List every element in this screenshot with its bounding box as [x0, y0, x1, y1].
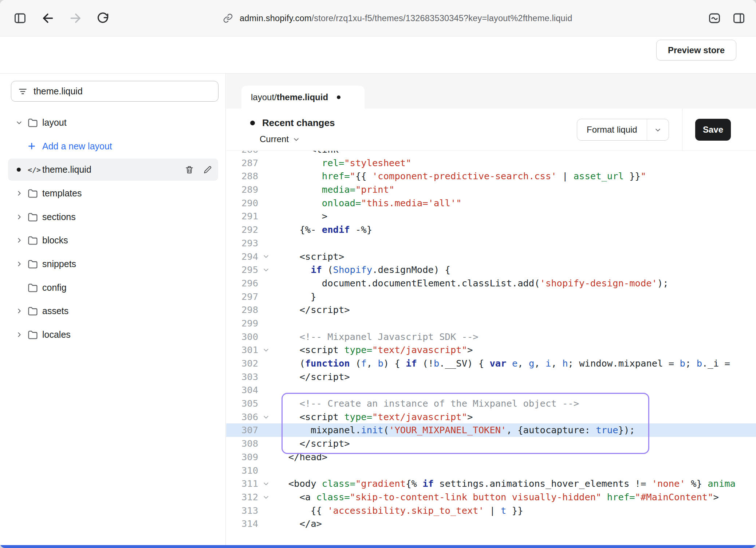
extensions-icon[interactable]	[708, 11, 721, 25]
line-number: 291	[226, 210, 258, 223]
line-number: 295	[226, 263, 258, 277]
code-text: <script type="text/javascript">	[273, 343, 473, 357]
code-line-300[interactable]: 300 <!-- Mixpanel Javascript SDK -->	[226, 330, 756, 344]
preview-store-button[interactable]: Preview store	[656, 40, 736, 60]
code-line-306[interactable]: 306 <script type="text/javascript">	[226, 410, 756, 424]
chevron-right-icon[interactable]	[16, 332, 28, 338]
reload-button[interactable]	[96, 11, 110, 25]
address-bar[interactable]: admin.shopify.com/store/rzq1xu-f5/themes…	[223, 0, 572, 36]
file-tree: layoutAdd a new layout</>theme.liquidtem…	[0, 111, 225, 347]
line-number: 294	[226, 250, 258, 263]
line-number: 293	[226, 236, 258, 250]
gutter-spacer	[258, 169, 273, 183]
back-button[interactable]	[41, 11, 55, 25]
tab-bar: layout/theme.liquid	[226, 74, 756, 109]
folder-icon	[28, 189, 42, 198]
chevron-right-icon[interactable]	[16, 237, 28, 244]
delete-file-button[interactable]	[185, 165, 194, 175]
sidebar-item-theme-liquid[interactable]: </>theme.liquid	[0, 158, 225, 181]
fold-chevron-icon[interactable]	[258, 477, 273, 490]
code-line-314[interactable]: 314 </a>	[226, 517, 756, 531]
code-line-288[interactable]: 288 href="{{ 'component-predictive-searc…	[226, 169, 756, 183]
fold-chevron-icon[interactable]	[258, 343, 273, 357]
sidebar-item-layout[interactable]: layout	[0, 111, 225, 134]
sidebar-toggle-icon[interactable]	[13, 11, 27, 25]
code-line-297[interactable]: 297 }	[226, 290, 756, 304]
code-line-308[interactable]: 308 </script>	[226, 437, 756, 450]
code-line-296[interactable]: 296 document.documentElement.classList.a…	[226, 277, 756, 290]
code-line-293[interactable]: 293	[226, 236, 756, 250]
code-line-294[interactable]: 294 <script>	[226, 250, 756, 263]
chevron-right-icon[interactable]	[16, 261, 28, 267]
sidebar-item-templates[interactable]: templates	[0, 181, 225, 205]
code-line-311[interactable]: 311 <body class="gradient{% if settings.…	[226, 477, 756, 490]
code-line-305[interactable]: 305 <!-- Create an instance of the Mixpa…	[226, 397, 756, 410]
chevron-right-icon[interactable]	[16, 190, 28, 196]
format-liquid-button[interactable]: Format liquid	[577, 119, 669, 141]
tab-label-prefix: layout/	[251, 92, 277, 102]
code-line-303[interactable]: 303 </script>	[226, 370, 756, 384]
code-line-289[interactable]: 289 media="print"	[226, 183, 756, 196]
folder-icon	[28, 306, 42, 316]
line-number: 311	[226, 477, 258, 490]
code-text: >	[273, 210, 327, 223]
code-line-301[interactable]: 301 <script type="text/javascript">	[226, 343, 756, 357]
code-text: <body class="gradient{% if settings.anim…	[273, 477, 736, 490]
split-view-icon[interactable]	[732, 11, 746, 25]
code-line-312[interactable]: 312 <a class="skip-to-content-link butto…	[226, 490, 756, 504]
fold-chevron-icon[interactable]	[258, 263, 273, 277]
gutter-spacer	[258, 370, 273, 384]
code-line-299[interactable]: 299	[226, 317, 756, 330]
code-line-298[interactable]: 298 </script>	[226, 303, 756, 317]
code-line-295[interactable]: 295 if (Shopify.designMode) {	[226, 263, 756, 277]
code-line-313[interactable]: 313 {{ 'accessibility.skip_to_text' | t …	[226, 504, 756, 517]
sidebar-item-blocks[interactable]: blocks	[0, 228, 225, 252]
code-line-310[interactable]: 310	[226, 464, 756, 477]
code-editor[interactable]: 286 <link287 rel="stylesheet"288 href="{…	[226, 151, 756, 545]
sidebar-item-config[interactable]: config	[0, 276, 225, 300]
code-text: onload="this.media='all'"	[273, 196, 462, 210]
chevron-down-icon[interactable]	[16, 119, 28, 126]
tree-item-label: sections	[42, 212, 76, 222]
line-number: 312	[226, 490, 258, 504]
sidebar-item-sections[interactable]: sections	[0, 205, 225, 229]
tab-label-name: theme.liquid	[277, 92, 328, 102]
code-line-304[interactable]: 304	[226, 383, 756, 397]
line-number: 309	[226, 450, 258, 464]
tab-layout-theme-liquid[interactable]: layout/theme.liquid	[241, 86, 365, 109]
save-button[interactable]: Save	[695, 119, 731, 141]
code-text: <script>	[273, 250, 344, 263]
search-input[interactable]	[34, 86, 212, 97]
tree-item-label: blocks	[42, 235, 68, 246]
gutter-spacer	[258, 210, 273, 223]
code-line-302[interactable]: 302 (function (f, b) { if (!b.__SV) { va…	[226, 357, 756, 370]
sidebar-item-snippets[interactable]: snippets	[0, 252, 225, 276]
recent-changes: Recent changes	[250, 117, 335, 129]
rename-file-button[interactable]	[203, 165, 212, 175]
main-panel: layout/theme.liquid Recent changes Curre…	[226, 74, 756, 545]
code-text: mixpanel.init('YOUR_MIXPANEL_TOKEN', {au…	[273, 423, 635, 437]
chevron-right-icon[interactable]	[16, 308, 28, 314]
code-line-286[interactable]: 286 <link	[226, 151, 756, 156]
sidebar-item-add-a-new-layout[interactable]: Add a new layout	[0, 134, 225, 158]
fold-chevron-icon[interactable]	[258, 490, 273, 504]
chevron-right-icon[interactable]	[16, 214, 28, 220]
code-text: <!-- Mixpanel Javascript SDK -->	[273, 330, 479, 344]
format-liquid-dropdown[interactable]	[647, 119, 669, 140]
file-search-box	[11, 81, 218, 102]
code-line-307[interactable]: 307 mixpanel.init('YOUR_MIXPANEL_TOKEN',…	[226, 423, 756, 437]
line-number: 307	[226, 423, 258, 437]
sidebar-item-locales[interactable]: locales	[0, 323, 225, 347]
code-text	[273, 236, 277, 250]
code-line-287[interactable]: 287 rel="stylesheet"	[226, 156, 756, 170]
fold-chevron-icon[interactable]	[258, 410, 273, 424]
gutter-spacer	[258, 290, 273, 304]
forward-button[interactable]	[69, 11, 83, 25]
code-line-290[interactable]: 290 onload="this.media='all'"	[226, 196, 756, 210]
code-line-292[interactable]: 292 {%- endif -%}	[226, 223, 756, 236]
fold-chevron-icon[interactable]	[258, 250, 273, 263]
version-select[interactable]: Current	[260, 134, 299, 144]
code-line-291[interactable]: 291 >	[226, 210, 756, 223]
code-line-309[interactable]: 309 </head>	[226, 450, 756, 464]
sidebar-item-assets[interactable]: assets	[0, 300, 225, 323]
